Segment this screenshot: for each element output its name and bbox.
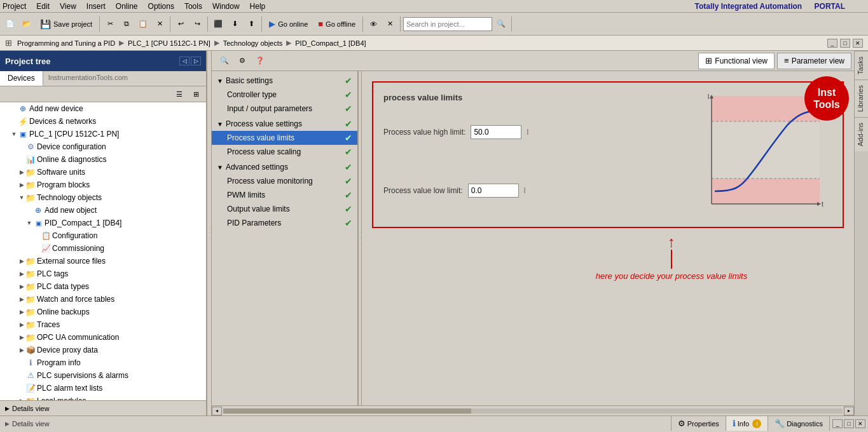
breadcrumb-3[interactable]: PID_Compact_1 [DB4] xyxy=(295,39,366,47)
compile-btn[interactable]: ⬛ xyxy=(210,16,226,32)
panel-tab-libraries[interactable]: Libraries xyxy=(855,79,868,117)
tree-item-watch-force[interactable]: ▶ 📁 Watch and force tables xyxy=(0,293,206,306)
breadcrumb-0[interactable]: Programming and Tuning a PID xyxy=(17,39,115,47)
tree-item-local-modules[interactable]: ▶ 📁 Local modules xyxy=(0,395,206,400)
tree-item-devices-networks[interactable]: ⚡ Devices & networks xyxy=(0,115,206,128)
nav-item-output-limits[interactable]: Output value limits ✔ xyxy=(212,202,357,216)
tree-item-plc-supervisions[interactable]: ⚠ PLC supervisions & alarms xyxy=(0,369,206,382)
tree-item-add-object[interactable]: ⊕ Add new object xyxy=(0,204,206,217)
nav-item-controller-type[interactable]: Controller type ✔ xyxy=(212,88,357,102)
maximize-btn[interactable]: □ xyxy=(840,39,850,48)
status-minimize-btn[interactable]: _ xyxy=(832,419,843,428)
menu-project[interactable]: Project xyxy=(3,2,26,11)
cut-btn[interactable]: ✂ xyxy=(102,16,118,32)
tree-list-view-btn[interactable]: ☰ xyxy=(172,88,187,100)
tree-item-plc-data-types[interactable]: ▶ 📁 PLC data types xyxy=(0,280,206,293)
tree-item-traces[interactable]: ▶ 📁 Traces xyxy=(0,318,206,331)
tab-functional-view[interactable]: ⊞ Functional view xyxy=(698,53,775,69)
nav-header-advanced[interactable]: ▼ Advanced settings ✔ xyxy=(212,160,357,174)
sidebar-collapse-btn[interactable]: ◁ xyxy=(179,57,189,65)
menu-online[interactable]: Online xyxy=(116,2,138,11)
tree-item-plc-alarm-text[interactable]: 📝 PLC alarm text lists xyxy=(0,382,206,395)
tab-parameter-view[interactable]: ≡ Parameter view xyxy=(777,53,851,69)
minimize-btn[interactable]: _ xyxy=(827,39,837,48)
tree-item-program-info[interactable]: ℹ Program info xyxy=(0,356,206,369)
tree-item-configuration[interactable]: 📋 Configuration xyxy=(0,229,206,242)
open-btn[interactable]: 📂 xyxy=(19,16,34,32)
monitor-btn[interactable]: 👁 xyxy=(366,16,381,32)
go-offline-btn[interactable]: ■ Go offline xyxy=(313,16,360,32)
go-online-btn[interactable]: ▶ Go online xyxy=(265,16,312,32)
search-input[interactable] xyxy=(403,17,492,31)
status-diagnostics-btn[interactable]: 🔧 Diagnostics xyxy=(768,416,829,431)
splitter-main[interactable]: ··· xyxy=(207,51,212,415)
status-arrow[interactable]: ▶ xyxy=(5,421,10,427)
nav-item-pv-scaling[interactable]: Process value scaling ✔ xyxy=(212,145,357,159)
tree-item-tech-objects[interactable]: ▼ 📁 Technology objects xyxy=(0,191,206,204)
btn-x[interactable]: ✕ xyxy=(382,16,397,32)
details-view-label: Details view xyxy=(12,405,50,412)
scroll-left-btn[interactable]: ◂ xyxy=(212,407,222,415)
breadcrumb-2[interactable]: Technology objects xyxy=(223,39,283,47)
pvl-low-limit-input[interactable] xyxy=(468,184,519,198)
tab-devices[interactable]: Devices xyxy=(0,71,43,86)
tree-item-program-blocks[interactable]: ▶ 📁 Program blocks xyxy=(0,179,206,191)
pvl-high-limit-input[interactable] xyxy=(471,125,521,139)
redo-btn[interactable]: ↪ xyxy=(189,16,205,32)
nav-item-pv-monitoring[interactable]: Process value monitoring ✔ xyxy=(212,174,357,188)
tab-instrumentation[interactable]: InstrumentationTools.com xyxy=(43,71,133,86)
tree-grid-view-btn[interactable]: ⊞ xyxy=(188,88,203,100)
tree-item-device-config[interactable]: ⚙ Device configuration xyxy=(0,140,206,153)
new-btn[interactable]: 📄 xyxy=(3,16,18,32)
menu-tools[interactable]: Tools xyxy=(184,2,202,11)
nav-item-pwm-limits[interactable]: PWM limits ✔ xyxy=(212,188,357,202)
panel-tab-addins[interactable]: Add-ins xyxy=(855,117,868,151)
delete-btn[interactable]: ✕ xyxy=(152,16,167,32)
tree-item-online-diag[interactable]: 📊 Online & diagnostics xyxy=(0,153,206,166)
upload-btn[interactable]: ⬆ xyxy=(244,16,259,32)
menu-edit[interactable]: Edit xyxy=(36,2,50,11)
tree-item-device-proxy[interactable]: ▶ 📦 Device proxy data xyxy=(0,344,206,356)
tree-item-plc1[interactable]: ▼ ▣ PLC_1 [CPU 1512C-1 PN] xyxy=(0,128,206,140)
tree-item-ext-source[interactable]: ▶ 📁 External source files xyxy=(0,255,206,267)
search-btn[interactable]: 🔍 xyxy=(493,16,509,32)
tree-item-pid-compact[interactable]: ▼ ▣ PID_Compact_1 [DB4] xyxy=(0,217,206,229)
breadcrumb-1[interactable]: PLC_1 [CPU 1512C-1 PN] xyxy=(128,39,210,47)
menu-help[interactable]: Help xyxy=(250,2,266,11)
status-info-btn[interactable]: ℹ Info i xyxy=(726,416,768,431)
menu-window[interactable]: Window xyxy=(212,2,240,11)
nav-header-process[interactable]: ▼ Process value settings ✔ xyxy=(212,117,357,131)
menu-view[interactable]: View xyxy=(60,2,76,11)
scrollbar-track[interactable] xyxy=(223,408,843,414)
scrollbar-thumb[interactable] xyxy=(223,408,471,414)
download-btn[interactable]: ⬇ xyxy=(227,16,242,32)
sidebar-bottom-arrow[interactable]: ▶ xyxy=(5,405,10,412)
tree-item-online-backups[interactable]: ▶ 📁 Online backups xyxy=(0,306,206,318)
close-content-btn[interactable]: ✕ xyxy=(853,39,863,48)
menu-insert[interactable]: Insert xyxy=(86,2,106,11)
panel-tab-tasks[interactable]: Tasks xyxy=(855,51,868,79)
copy-btn[interactable]: ⧉ xyxy=(119,16,134,32)
tree-item-plc-tags[interactable]: ▶ 📁 PLC tags xyxy=(0,267,206,280)
settings-btn[interactable]: ⚙ xyxy=(235,54,250,68)
status-properties-btn[interactable]: ⚙ Properties xyxy=(671,416,726,431)
tree-item-software-units[interactable]: ▶ 📁 Software units xyxy=(0,166,206,179)
scroll-right-btn[interactable]: ▸ xyxy=(844,407,854,415)
undo-btn[interactable]: ↩ xyxy=(173,16,188,32)
help-btn[interactable]: ❓ xyxy=(252,54,268,68)
save-btn[interactable]: 💾 Save project xyxy=(36,16,97,32)
status-close-btn[interactable]: ✕ xyxy=(855,419,865,428)
menu-options[interactable]: Options xyxy=(148,2,174,11)
nav-header-basic[interactable]: ▼ Basic settings ✔ xyxy=(212,74,357,88)
tree-item-commissioning[interactable]: 📈 Commissioning xyxy=(0,242,206,255)
nav-item-pv-limits[interactable]: Process value limits ✔ xyxy=(212,131,357,145)
nav-item-pid-params[interactable]: PID Parameters ✔ xyxy=(212,216,357,230)
nav-item-io-params[interactable]: Input / output parameters ✔ xyxy=(212,102,357,116)
tree-item-add-device[interactable]: ⊕ Add new device xyxy=(0,102,206,115)
sidebar-expand-btn[interactable]: ▷ xyxy=(191,57,201,65)
status-maximize-btn[interactable]: □ xyxy=(844,419,854,428)
paste-btn[interactable]: 📋 xyxy=(135,16,151,32)
zoom-btn[interactable]: 🔍 xyxy=(217,54,232,68)
address-bar: ⊞ Programming and Tuning a PID ▶ PLC_1 [… xyxy=(0,36,868,51)
tree-item-opc-ua[interactable]: ▶ 📁 OPC UA communication xyxy=(0,331,206,344)
